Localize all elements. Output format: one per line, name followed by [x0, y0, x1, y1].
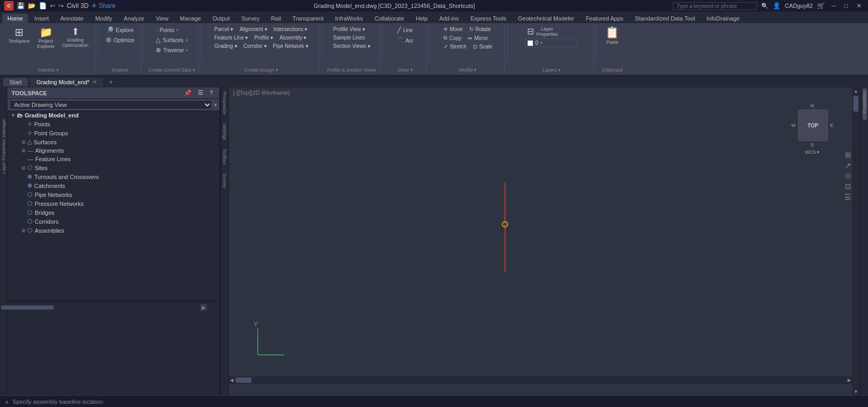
- tab-modify[interactable]: Modify: [90, 14, 117, 23]
- intersections-btn[interactable]: Intersections ▾: [271, 25, 310, 33]
- viewport-vscrollbar[interactable]: ▲ ▼: [852, 87, 860, 395]
- close-btn[interactable]: ✕: [854, 2, 864, 9]
- redo-icon[interactable]: ↪: [58, 2, 64, 9]
- points-btn[interactable]: · Points ▾: [153, 25, 190, 35]
- line-btn[interactable]: ╱ Line: [395, 25, 416, 35]
- search-icon[interactable]: 🔍: [761, 3, 769, 9]
- viewport-vscroll-down[interactable]: ▼: [852, 388, 860, 395]
- doc-tab-start[interactable]: Start: [3, 78, 28, 86]
- assemblies-expander[interactable]: ⊞: [20, 228, 27, 233]
- tree-item-surfaces[interactable]: ⊞ △ Surfaces: [7, 137, 219, 146]
- vp-btn-5[interactable]: ☰: [844, 193, 851, 201]
- viewport-hscroll-left[interactable]: ◀: [229, 378, 235, 383]
- close-grading-tab[interactable]: ✕: [93, 79, 97, 85]
- search-input[interactable]: [673, 2, 757, 10]
- share-icon[interactable]: ✈ Share: [92, 2, 115, 9]
- viewport-vscroll-up[interactable]: ▲: [852, 87, 860, 95]
- tree-root[interactable]: ▼ 🗁 Grading Model_end: [7, 111, 219, 120]
- active-view-select[interactable]: Active Drawing View: [9, 100, 212, 110]
- layer-props-btn[interactable]: ⊟ LayerProperties: [525, 25, 578, 38]
- viewport-hscroll-thumb[interactable]: [236, 378, 251, 383]
- grading-opt-btn[interactable]: ⬆ GradingOptimization: [59, 25, 92, 49]
- palettes-dropdown-btn[interactable]: Palettes ▾: [38, 67, 59, 73]
- stretch-btn[interactable]: ⤢ Stretch: [441, 43, 469, 51]
- tree-item-point-groups[interactable]: ⊹ Point Groups: [7, 128, 219, 137]
- tree-item-feature-lines[interactable]: — Feature Lines: [7, 155, 219, 163]
- vp-btn-4[interactable]: ⊡: [845, 182, 851, 191]
- cmd-expand-icon[interactable]: ▲: [4, 399, 9, 404]
- tree-item-bridges[interactable]: ⬡ Bridges: [7, 208, 219, 217]
- tab-output[interactable]: Output: [207, 14, 235, 23]
- toolbox-tab[interactable]: Toolbox: [221, 144, 228, 169]
- arc-btn[interactable]: ⌒ Arc: [395, 35, 416, 46]
- tree-panel[interactable]: ▼ 🗁 Grading Model_end ⊹ Points ⊹ Point G…: [7, 111, 219, 301]
- settings-tab[interactable]: Settings: [221, 119, 228, 145]
- tab-infodrainage[interactable]: InfoDrainage: [701, 14, 745, 23]
- tab-home[interactable]: Home: [2, 14, 28, 23]
- section-views-btn[interactable]: Section Views ▾: [330, 42, 372, 50]
- minimize-btn[interactable]: ─: [829, 2, 838, 9]
- paste-btn[interactable]: 📋 Paste: [602, 25, 623, 46]
- quick-new-icon[interactable]: 📄: [39, 2, 47, 9]
- layer-dropdown-arrow[interactable]: ▾: [540, 41, 542, 45]
- mirror-btn[interactable]: ⇔ Mirror: [465, 34, 490, 42]
- tab-infraworks[interactable]: InfraWorks: [330, 14, 368, 23]
- toolspace-btn[interactable]: ⊞ Toolspace: [5, 25, 33, 45]
- assembly-btn[interactable]: Assembly ▾: [277, 34, 309, 42]
- tree-item-alignments[interactable]: ⊞ — Alignments: [7, 146, 219, 155]
- tab-manage[interactable]: Manage: [175, 14, 206, 23]
- doc-tab-grading[interactable]: Grading Model_end* ✕: [30, 78, 103, 86]
- root-expander[interactable]: ▼: [9, 113, 17, 118]
- sample-lines-btn[interactable]: Sample Lines: [330, 34, 372, 42]
- tree-item-points[interactable]: ⊹ Points: [7, 120, 219, 128]
- vp-btn-2[interactable]: ↗: [845, 161, 851, 170]
- tab-insert[interactable]: Insert: [29, 14, 54, 23]
- tab-help[interactable]: Help: [410, 14, 433, 23]
- viewport[interactable]: [-][Top][2D Wireframe] N W TOP E S WCS ▾…: [229, 87, 860, 395]
- toolspace-action-pin[interactable]: 📌: [182, 89, 194, 97]
- scale-btn[interactable]: ⊡ Scale: [470, 43, 495, 51]
- tab-view[interactable]: View: [150, 14, 174, 23]
- tree-item-catchments[interactable]: ⊕ Catchments: [7, 181, 219, 190]
- alignment-btn[interactable]: Alignment ▾: [237, 25, 269, 33]
- tab-analyze[interactable]: Analyze: [118, 14, 149, 23]
- rotate-btn[interactable]: ↻ Rotate: [467, 25, 493, 33]
- viewport-hscrollbar[interactable]: ◀ ▶: [229, 376, 852, 384]
- nav-cube[interactable]: N W TOP E S WCS ▾: [791, 103, 833, 145]
- optimize-btn[interactable]: ⚙ Optimize: [103, 35, 137, 45]
- quick-save-icon[interactable]: 💾: [17, 2, 25, 9]
- restore-btn[interactable]: □: [842, 2, 850, 9]
- vp-btn-1[interactable]: ⊞: [845, 151, 851, 159]
- surfaces-btn[interactable]: △ Surfaces ▾: [153, 35, 190, 45]
- cart-icon[interactable]: 🛒: [817, 2, 825, 9]
- parcel-btn[interactable]: Parcel ▾: [211, 25, 236, 33]
- profile-view-btn[interactable]: Profile View ▾: [330, 25, 372, 33]
- nav-cube-face[interactable]: TOP: [798, 110, 828, 141]
- tab-express[interactable]: Express Tools: [465, 14, 511, 23]
- tab-rail[interactable]: Rail: [266, 14, 286, 23]
- tree-item-pipe-networks[interactable]: ⬡ Pipe Networks: [7, 190, 219, 199]
- pipe-network-btn[interactable]: Pipe Network ▾: [270, 42, 311, 50]
- tab-geo[interactable]: Geotechnical Modeler: [512, 14, 579, 23]
- traverse-btn[interactable]: ⊕ Traverse ▾: [153, 45, 190, 55]
- viewport-vscroll-thumb[interactable]: [853, 96, 859, 112]
- survey-tab[interactable]: Survey: [221, 169, 228, 192]
- tree-item-turnouts[interactable]: ⊕ Turnouts and Crossovers: [7, 172, 219, 181]
- corridor-btn[interactable]: Corridor ▾: [241, 42, 269, 50]
- project-explorer-btn[interactable]: 📁 ProjectExplorer: [34, 25, 58, 51]
- scroll-arrow-right[interactable]: ▶: [200, 304, 207, 311]
- tree-item-corridors[interactable]: ⬡ Corridors: [7, 217, 219, 226]
- copy-btn[interactable]: ⧉ Copy: [441, 34, 464, 42]
- toolspace-action-help[interactable]: ?: [207, 89, 215, 97]
- tree-hscrollbar-thumb[interactable]: [1, 305, 54, 310]
- properties-tab[interactable]: Properties: [861, 87, 868, 117]
- layer-properties-vertical[interactable]: Layer Properties Manager: [1, 119, 6, 174]
- tab-addins[interactable]: Add-ins: [434, 14, 464, 23]
- tab-std[interactable]: Standardized Data Tool: [630, 14, 700, 23]
- tab-survey[interactable]: Survey: [236, 14, 265, 23]
- vp-btn-3[interactable]: ⊙: [845, 172, 851, 180]
- profile-btn[interactable]: Profile ▾: [251, 34, 276, 42]
- tab-collaborate[interactable]: Collaborate: [369, 14, 409, 23]
- quick-open-icon[interactable]: 📂: [28, 2, 36, 9]
- tree-item-pressure-networks[interactable]: ⬡ Pressure Networks: [7, 199, 219, 208]
